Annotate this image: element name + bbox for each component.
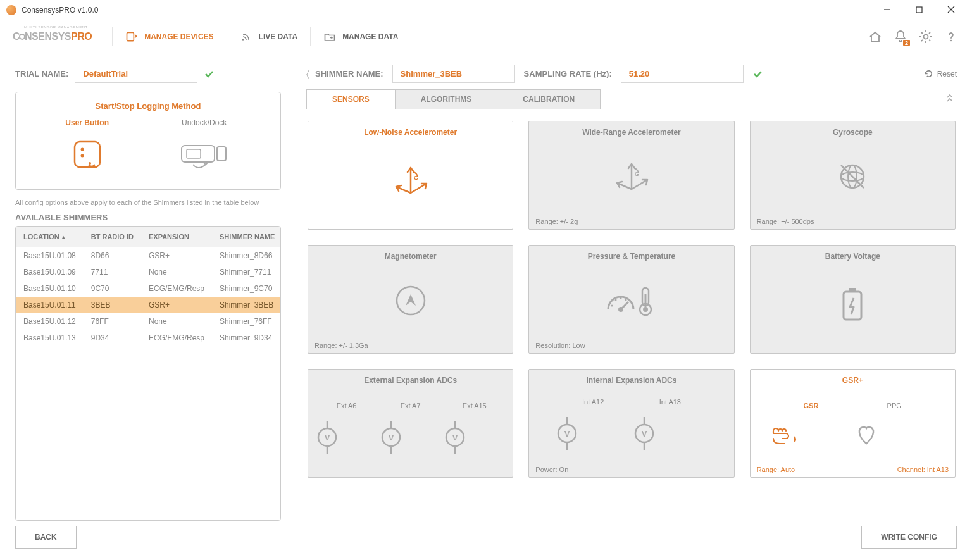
- svg-rect-14: [217, 147, 226, 161]
- tab-sensors[interactable]: SENSORS: [306, 89, 396, 109]
- svg-rect-32: [844, 292, 861, 320]
- logging-undock-dock[interactable]: Undock/Dock: [178, 118, 231, 177]
- trial-name-label: TRIAL NAME:: [15, 69, 68, 78]
- brand-logo: MULTI SENSOR MANAGEMENT CNSENSYSPRO: [13, 31, 92, 42]
- nav-live-data[interactable]: LIVE DATA: [228, 25, 309, 48]
- notification-badge: 2: [903, 40, 910, 46]
- back-button[interactable]: BACK: [15, 526, 77, 549]
- heart-icon: [852, 420, 880, 447]
- nav-manage-devices[interactable]: MANAGE DEVICES: [114, 25, 225, 48]
- home-icon[interactable]: [867, 28, 883, 45]
- voltage-icon: V: [378, 420, 404, 455]
- logging-title: Start/Stop Logging Method: [31, 101, 265, 111]
- svg-text:V: V: [642, 429, 647, 439]
- help-icon[interactable]: [943, 28, 959, 45]
- table-row[interactable]: Base15U.01.088D66GSR+Shimmer_8D66: [16, 247, 281, 264]
- svg-text:V: V: [452, 433, 458, 442]
- sensor-magnetometer[interactable]: Magnetometer Range: +/- 1.3Ga: [308, 245, 513, 354]
- voltage-icon: V: [632, 416, 657, 451]
- tab-algorithms[interactable]: ALGORITHMS: [395, 89, 498, 109]
- svg-rect-13: [187, 149, 201, 158]
- svg-text:V: V: [325, 433, 330, 442]
- folder-icon: [323, 30, 336, 43]
- sensor-wide-range-accelerometer[interactable]: Wide-Range Accelerometer G Range: +/- 2g: [528, 121, 734, 230]
- reset-button[interactable]: Reset: [924, 69, 957, 78]
- accelerometer-icon: G: [308, 139, 513, 221]
- table-row[interactable]: Base15U.01.1276FFNoneShimmer_76FF: [16, 313, 281, 330]
- table-row[interactable]: Base15U.01.113BEBGSR+Shimmer_3BEB: [16, 297, 281, 313]
- svg-text:G: G: [414, 175, 418, 181]
- table-row[interactable]: Base15U.01.139D34ECG/EMG/RespShimmer_9D3…: [16, 330, 281, 346]
- sampling-rate-input[interactable]: [621, 65, 744, 83]
- svg-point-26: [620, 297, 621, 299]
- hand-drop-icon: [770, 420, 801, 447]
- maximize-icon[interactable]: [905, 0, 934, 20]
- sensor-external-adcs[interactable]: External Expansion ADCs Ext A6 V Ext A7 …: [308, 369, 513, 478]
- sensor-low-noise-accelerometer[interactable]: Low-Noise Accelerometer G: [308, 121, 513, 230]
- signal-icon: [240, 30, 252, 43]
- sensor-pressure-temperature[interactable]: Pressure & Temperature Resolution: Low: [528, 245, 734, 354]
- titlebar: ConsensysPRO v1.0.0: [0, 0, 972, 20]
- nav-manage-data[interactable]: MANAGE DATA: [312, 25, 409, 48]
- svg-text:V: V: [564, 429, 570, 439]
- sensor-internal-adcs[interactable]: Internal Expansion ADCs Int A12 V Int A1…: [528, 369, 734, 478]
- user-button-icon: [65, 132, 109, 177]
- voltage-icon: V: [442, 420, 468, 455]
- tab-calibration[interactable]: CALIBRATION: [497, 89, 601, 109]
- col-expansion[interactable]: EXPANSION: [141, 227, 212, 247]
- svg-point-27: [625, 299, 626, 301]
- battery-icon: [751, 263, 955, 345]
- svg-text:G: G: [635, 171, 639, 177]
- svg-point-6: [924, 34, 928, 39]
- svg-rect-8: [75, 142, 100, 167]
- minimize-icon[interactable]: [873, 0, 902, 20]
- svg-rect-4: [127, 32, 134, 40]
- app-icon: [6, 5, 16, 15]
- table-row[interactable]: Base15U.01.109C70ECG/EMG/RespShimmer_9C7…: [16, 280, 281, 297]
- dock-icon: [178, 132, 231, 177]
- accelerometer-icon: G: [529, 139, 733, 214]
- sensor-battery-voltage[interactable]: Battery Voltage: [750, 245, 956, 354]
- voltage-icon: V: [315, 420, 340, 455]
- devices-icon: [125, 30, 138, 43]
- sampling-rate-label: SAMPLING RATE (Hz):: [524, 69, 612, 78]
- col-name[interactable]: SHIMMER NAME: [212, 227, 281, 247]
- svg-point-9: [80, 148, 84, 151]
- gauge-thermometer-icon: [529, 263, 733, 338]
- sensor-gyroscope[interactable]: Gyroscope Range: +/- 500dps: [750, 121, 956, 230]
- svg-point-5: [242, 39, 244, 40]
- config-tabs: SENSORS ALGORITHMS CALIBRATION: [306, 89, 957, 109]
- shimmer-name-input[interactable]: [392, 65, 515, 83]
- gyroscope-icon: [751, 139, 955, 214]
- shimmer-name-label: SHIMMER NAME:: [315, 69, 383, 78]
- svg-rect-1: [916, 7, 922, 13]
- expand-icon[interactable]: [945, 94, 957, 105]
- table-row[interactable]: Base15U.01.097711NoneShimmer_7711: [16, 264, 281, 280]
- col-bt[interactable]: BT RADIO ID: [84, 227, 141, 247]
- bell-icon[interactable]: 2: [892, 28, 909, 45]
- svg-point-30: [643, 307, 648, 312]
- shimmer-table: LOCATION▲ BT RADIO ID EXPANSION SHIMMER …: [15, 226, 281, 521]
- window-title: ConsensysPRO v1.0.0: [22, 6, 873, 15]
- trial-name-input[interactable]: [75, 65, 197, 83]
- svg-line-23: [621, 302, 628, 309]
- check-icon: [204, 69, 214, 79]
- gear-icon[interactable]: [918, 28, 934, 45]
- svg-text:V: V: [389, 433, 394, 442]
- col-location[interactable]: LOCATION▲: [16, 227, 84, 247]
- svg-point-24: [611, 305, 613, 307]
- svg-point-25: [614, 299, 616, 301]
- close-icon[interactable]: [937, 0, 966, 20]
- logging-user-button[interactable]: User Button: [65, 118, 109, 177]
- footer: BACK WRITE CONFIG: [0, 521, 972, 560]
- sensor-gsr-plus[interactable]: GSR+ GSR PPG Range: Auto Channel: Int A1…: [750, 369, 956, 478]
- svg-point-7: [950, 39, 952, 40]
- svg-rect-33: [849, 288, 856, 292]
- sort-asc-icon: ▲: [61, 234, 66, 240]
- write-config-button[interactable]: WRITE CONFIG: [861, 526, 957, 549]
- svg-point-10: [80, 154, 84, 158]
- logging-method-box: Start/Stop Logging Method User Button Un…: [15, 92, 281, 190]
- config-note: All config options above apply to each o…: [15, 199, 281, 206]
- toolbar: MULTI SENSOR MANAGEMENT CNSENSYSPRO MANA…: [0, 20, 972, 53]
- available-shimmers-header: AVAILABLE SHIMMERS: [15, 213, 281, 222]
